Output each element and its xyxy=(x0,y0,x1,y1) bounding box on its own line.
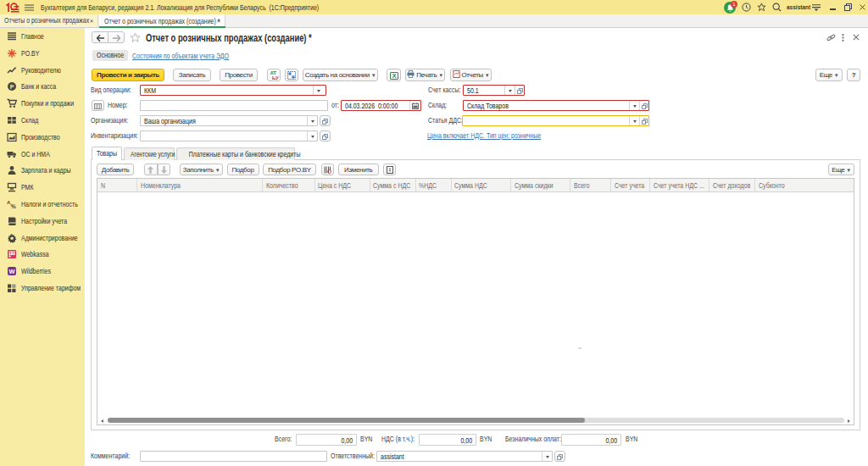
svg-text:W: W xyxy=(8,268,15,275)
svg-text:P: P xyxy=(10,84,14,90)
svg-text:%: % xyxy=(11,203,17,209)
